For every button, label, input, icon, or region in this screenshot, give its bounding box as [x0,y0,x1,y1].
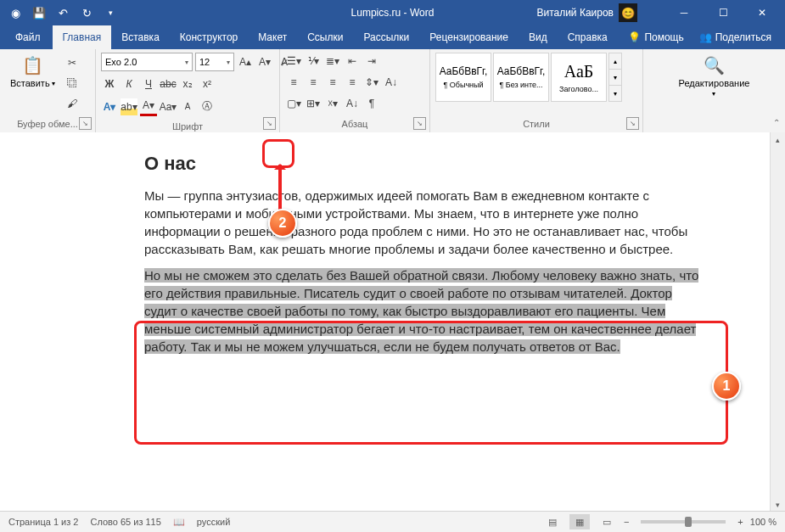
enclose-button[interactable]: Ⓐ [199,98,216,115]
tab-home[interactable]: Главная [53,25,112,49]
zoom-level[interactable]: 100 % [750,517,777,527]
user-name[interactable]: Виталий Каиров [536,7,614,19]
shading-button[interactable]: ▢▾ [285,95,302,112]
read-mode-button[interactable]: ▤ [542,514,563,529]
font-name-combo[interactable]: Exo 2.0▾ [101,53,193,71]
document-area[interactable]: О нас Мы — группа энтузиастов, одержимых… [0,132,785,512]
style-nospacing[interactable]: АаБбВвГг, ¶ Без инте... [493,53,549,102]
autosave-icon[interactable]: ◉ [7,4,24,21]
align-right-button[interactable]: ≡ [324,74,341,91]
vertical-scrollbar[interactable]: ▴ ▾ [770,132,785,512]
tell-me-button[interactable]: 💡Помощь [621,25,690,49]
sort2-button[interactable]: A↓ [344,95,361,112]
styles-more-button[interactable]: ▾ [609,86,621,101]
tab-view[interactable]: Вид [519,25,558,49]
scroll-track[interactable] [771,147,785,497]
paragraph-text: Мы — группа энтузиастов, одержимых идеей… [144,188,687,256]
zoom-out-button[interactable]: − [624,517,629,527]
file-tab[interactable]: Файл [3,25,53,49]
heading[interactable]: О нас [144,153,704,175]
paste-label: Вставить [10,78,50,88]
paragraph-2-selected[interactable]: Но мы не сможем это сделать без Вашей об… [144,266,704,356]
paragraph-launcher[interactable]: ↘ [413,117,426,130]
statusbar: Страница 1 из 2 Слово 65 из 115 📖 русски… [0,511,785,532]
clipboard-launcher[interactable]: ↘ [79,117,92,130]
editing-button[interactable]: 🔍 Редактирование ▾ [674,53,755,99]
align-left-button[interactable]: ≡ [285,74,302,91]
undo-icon[interactable]: ↶ [54,4,71,21]
format-painter-button[interactable]: 🖌 [64,95,81,112]
grow-font-button[interactable]: A▴ [237,53,254,70]
scroll-down-button[interactable]: ▾ [771,497,785,512]
copy-button[interactable]: ⿻ [64,75,81,92]
justify-button[interactable]: ≡ [344,74,361,91]
bold-button[interactable]: Ж [101,76,118,92]
close-button[interactable]: ✕ [743,0,782,25]
sort-button[interactable]: A↓ [383,74,400,91]
page-content: О нас Мы — группа энтузиастов, одержимых… [0,132,785,356]
language-indicator[interactable]: русский [197,517,230,527]
bullets-button[interactable]: ☰▾ [285,53,302,70]
line-spacing-button[interactable]: ⇕▾ [363,74,380,91]
styles-down-button[interactable]: ▾ [609,70,621,86]
collapse-ribbon-button[interactable]: ⌃ [773,118,780,127]
tab-layout[interactable]: Макет [248,25,297,49]
minimize-button[interactable]: ─ [664,0,704,25]
spellcheck-icon[interactable]: 📖 [173,517,185,528]
font-color-button[interactable]: A▾ [140,97,157,116]
editing-label: Редактирование [679,78,750,88]
tab-help[interactable]: Справка [558,25,618,49]
italic-button[interactable]: К [121,76,137,92]
web-layout-button[interactable]: ▭ [597,514,617,529]
styles-up-button[interactable]: ▴ [609,53,621,70]
subscript-button[interactable]: x₂ [179,76,196,92]
style-heading1[interactable]: АаБ Заголово... [551,53,607,102]
numbering-button[interactable]: ⅟▾ [305,53,322,70]
shrink-font-button[interactable]: A▾ [256,53,273,70]
zoom-slider[interactable] [641,520,726,524]
word-count[interactable]: Слово 65 из 115 [90,517,160,527]
group-clipboard: 📋 Вставить▾ ✂ ⿻ 🖌 Буфер обме... ↘ [0,49,96,132]
text-effects-button[interactable]: A▾ [101,98,118,115]
style-normal[interactable]: АаБбВвГг, ¶ Обычный [435,53,491,102]
tab-mailings[interactable]: Рассылки [353,25,419,49]
asian-layout-button[interactable]: ☓▾ [324,95,341,112]
share-button[interactable]: 👥Поделиться [692,25,778,49]
tab-design[interactable]: Конструктор [170,25,248,49]
cut-button[interactable]: ✂ [64,54,81,71]
selected-text: Но мы не сможем это сделать без Вашей об… [144,268,698,354]
increase-indent-button[interactable]: ⇥ [363,53,380,70]
qat-customize-icon[interactable]: ▾ [102,4,119,21]
maximize-button[interactable]: ☐ [704,0,743,25]
borders-button[interactable]: ⊞▾ [305,95,322,112]
tab-review[interactable]: Рецензирование [419,25,519,49]
page-indicator[interactable]: Страница 1 из 2 [8,517,78,527]
tab-insert[interactable]: Вставка [111,25,170,49]
print-layout-button[interactable]: ▦ [569,514,590,529]
scroll-up-button[interactable]: ▴ [771,132,785,147]
window-title: Lumpics.ru - Word [351,7,435,19]
decrease-indent-button[interactable]: ⇤ [344,53,361,70]
multilevel-button[interactable]: ≣▾ [324,53,341,70]
char-border-button[interactable]: A [179,98,196,115]
font-size-combo[interactable]: 12▾ [195,53,234,71]
styles-launcher[interactable]: ↘ [626,117,639,130]
paste-button[interactable]: 📋 Вставить▾ [5,53,60,90]
strike-button[interactable]: abc [160,76,177,92]
zoom-in-button[interactable]: + [737,517,743,527]
font-launcher[interactable]: ↘ [263,117,276,130]
avatar[interactable]: 😊 [619,3,637,22]
paragraph-1[interactable]: Мы — группа энтузиастов, одержимых идеей… [144,187,704,258]
highlight-button[interactable]: ab▾ [121,98,137,115]
change-case-button[interactable]: Aa▾ [160,98,177,115]
superscript-button[interactable]: x² [199,76,216,92]
underline-button[interactable]: Ч [140,76,157,92]
style-name: Заголово... [559,85,598,93]
tab-references[interactable]: Ссылки [297,25,353,49]
align-center-button[interactable]: ≡ [305,74,322,91]
save-icon[interactable]: 💾 [31,4,48,21]
zoom-thumb[interactable] [685,517,692,527]
group-label: Стили [430,117,642,132]
redo-icon[interactable]: ↻ [78,4,95,21]
show-marks-button[interactable]: ¶ [363,95,380,112]
